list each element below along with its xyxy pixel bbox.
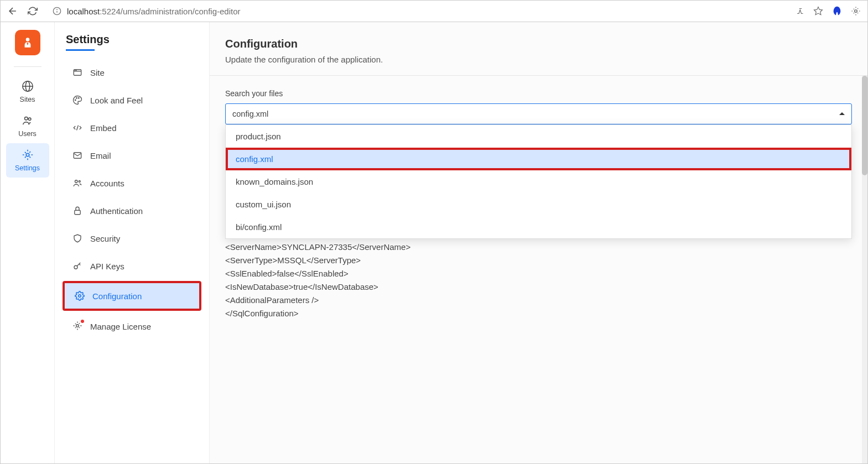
editor-line: <AdditionalParameters /> bbox=[225, 294, 852, 307]
page-title: Configuration bbox=[225, 38, 852, 50]
dropdown-option[interactable]: product.json bbox=[226, 125, 851, 148]
dropdown-option[interactable]: known_domains.json bbox=[226, 170, 851, 193]
sidebar-item-label: Authentication bbox=[90, 206, 143, 216]
svg-rect-25 bbox=[75, 210, 81, 215]
editor-line: <SslEnabled>false</SslEnabled> bbox=[225, 267, 852, 280]
lock-icon bbox=[72, 206, 82, 216]
read-aloud-icon[interactable] bbox=[796, 6, 805, 16]
sidebar-item-authentication[interactable]: Authentication bbox=[63, 198, 201, 223]
app-logo[interactable] bbox=[15, 30, 40, 55]
page-subtitle: Update the configuration of the applicat… bbox=[225, 55, 852, 64]
refresh-button[interactable] bbox=[25, 3, 40, 19]
file-dropdown: product.json config.xml known_domains.js… bbox=[225, 124, 852, 239]
main-content: Configuration Update the configuration o… bbox=[210, 22, 867, 463]
extension-icon[interactable] bbox=[831, 5, 843, 17]
svg-marker-29 bbox=[839, 112, 845, 115]
rail-item-label: Settings bbox=[15, 164, 40, 172]
sidebar-item-manage-license[interactable]: Manage License bbox=[63, 313, 201, 340]
sidebar-item-email[interactable]: Email bbox=[63, 143, 201, 168]
sidebar-item-label: Accounts bbox=[90, 179, 124, 188]
rail-item-settings[interactable]: Settings bbox=[6, 143, 49, 178]
rail-item-users[interactable]: Users bbox=[6, 109, 49, 143]
mail-icon bbox=[72, 150, 82, 160]
shield-icon bbox=[72, 233, 82, 243]
gear-icon bbox=[22, 149, 34, 161]
svg-point-5 bbox=[25, 38, 29, 41]
editor-line: <IsNewDatabase>true</IsNewDatabase> bbox=[225, 280, 852, 294]
svg-point-24 bbox=[79, 181, 80, 183]
back-button[interactable] bbox=[5, 3, 20, 19]
key-icon bbox=[72, 261, 82, 271]
rail-item-label: Users bbox=[18, 130, 37, 138]
svg-point-13 bbox=[26, 153, 29, 157]
dropdown-option-selected[interactable]: config.xml bbox=[226, 148, 851, 170]
settings-menu-icon[interactable] bbox=[851, 6, 861, 16]
dropdown-option[interactable]: bi/config.xml bbox=[226, 216, 851, 238]
sidebar-item-configuration[interactable]: Configuration bbox=[63, 281, 201, 311]
svg-point-27 bbox=[79, 295, 81, 298]
svg-point-16 bbox=[75, 70, 75, 71]
scrollbar-thumb[interactable] bbox=[862, 76, 867, 175]
sidebar-item-label: Look and Feel bbox=[90, 96, 143, 105]
caret-up-icon bbox=[839, 111, 845, 117]
sidebar-item-accounts[interactable]: Accounts bbox=[63, 170, 201, 196]
users-icon bbox=[22, 114, 34, 127]
sidebar-item-label: Email bbox=[90, 151, 111, 160]
svg-point-11 bbox=[24, 117, 28, 121]
svg-line-21 bbox=[77, 126, 79, 131]
svg-rect-7 bbox=[27, 43, 28, 45]
svg-point-2 bbox=[57, 9, 58, 10]
sidebar-item-label: Embed bbox=[90, 123, 117, 133]
svg-point-19 bbox=[76, 98, 77, 99]
rail-item-label: Sites bbox=[20, 96, 35, 103]
globe-icon bbox=[22, 80, 34, 92]
file-select-combobox[interactable]: config.xml bbox=[225, 103, 852, 124]
sidebar-item-label: Site bbox=[90, 68, 105, 77]
sidebar-item-api-keys[interactable]: API Keys bbox=[63, 253, 201, 279]
sidebar-item-label: Configuration bbox=[92, 291, 142, 301]
editor-line: <ServerName>SYNCLAPN-27335</ServerName> bbox=[225, 241, 852, 254]
svg-point-23 bbox=[75, 180, 78, 183]
svg-point-17 bbox=[76, 70, 76, 71]
search-label: Search your files bbox=[225, 89, 852, 98]
url-text: localhost:5224/ums/administration/config… bbox=[67, 7, 241, 16]
accounts-icon bbox=[72, 178, 82, 188]
rail-item-sites[interactable]: Sites bbox=[6, 75, 49, 109]
svg-point-26 bbox=[74, 265, 77, 269]
info-icon bbox=[53, 7, 61, 15]
dropdown-option[interactable]: custom_ui.json bbox=[226, 193, 851, 216]
site-icon bbox=[72, 67, 82, 77]
svg-point-4 bbox=[855, 10, 857, 13]
code-icon bbox=[72, 123, 82, 133]
left-rail: Sites Users Settings bbox=[1, 22, 55, 463]
editor-line: </SqlConfiguration> bbox=[225, 307, 852, 320]
settings-heading: Settings bbox=[60, 33, 204, 49]
svg-point-28 bbox=[76, 325, 79, 327]
settings-sidebar: Settings Site Look and Feel Embed Email … bbox=[55, 22, 210, 463]
gear-badge-icon bbox=[72, 321, 82, 332]
sidebar-item-security[interactable]: Security bbox=[63, 226, 201, 251]
sidebar-item-embed[interactable]: Embed bbox=[63, 115, 201, 140]
sidebar-item-label: Security bbox=[90, 234, 120, 243]
svg-point-18 bbox=[75, 100, 76, 101]
sidebar-item-site[interactable]: Site bbox=[63, 60, 201, 85]
address-bar[interactable]: localhost:5224/ums/administration/config… bbox=[45, 3, 791, 19]
heading-underline bbox=[66, 49, 95, 51]
palette-icon bbox=[72, 95, 82, 105]
gear-solid-icon bbox=[75, 291, 85, 301]
sidebar-item-look-and-feel[interactable]: Look and Feel bbox=[63, 87, 201, 113]
browser-toolbar: localhost:5224/ums/administration/config… bbox=[0, 0, 868, 22]
favorite-icon[interactable] bbox=[813, 6, 823, 16]
svg-marker-3 bbox=[814, 7, 823, 15]
svg-point-20 bbox=[79, 98, 80, 99]
svg-point-12 bbox=[28, 118, 31, 121]
sidebar-item-label: Manage License bbox=[90, 322, 151, 331]
sidebar-item-label: API Keys bbox=[90, 262, 124, 271]
editor-line: <ServerType>MSSQL</ServerType> bbox=[225, 254, 852, 267]
selected-file-text: config.xml bbox=[232, 110, 268, 118]
